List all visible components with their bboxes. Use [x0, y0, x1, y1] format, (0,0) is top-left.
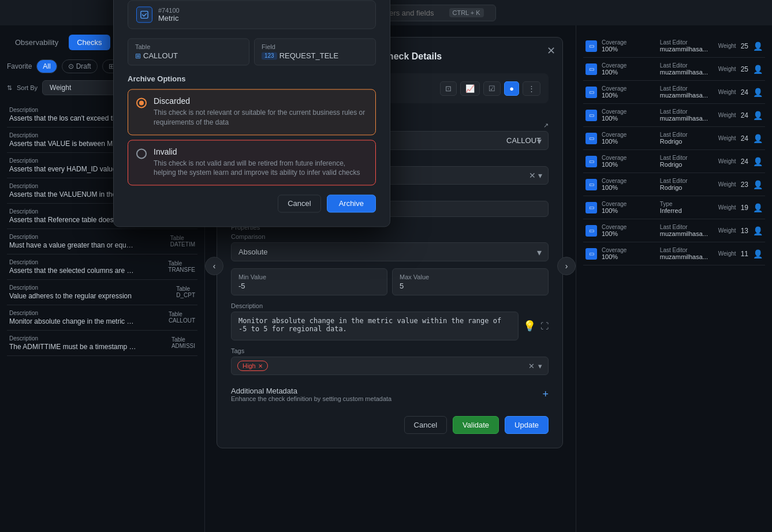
radio-discarded — [136, 98, 147, 108]
max-value-box: Max Value 5 — [392, 268, 549, 295]
list-item[interactable]: Description Asserts that the selected co… — [7, 254, 197, 280]
right-item: ▭ Coverage 100% Last Editor muzammilhasa… — [583, 104, 765, 127]
update-button[interactable]: Update — [505, 416, 549, 434]
right-item: ▭ Coverage 100% Last Editor muzammilhasa… — [583, 35, 765, 58]
additional-metadata-row: Additional Metadata Enhance the check de… — [231, 382, 549, 407]
tags-label: Tags — [231, 347, 549, 354]
list-item[interactable]: Description Must have a value greater th… — [7, 229, 197, 254]
right-item-icon: ▭ — [585, 87, 597, 98]
archive-check-meta: Table ⊞ CALLOUT Field 123 REQUEST_TELE — [128, 38, 376, 65]
comparison-label: Comparison — [231, 233, 549, 240]
right-item-icon: ▭ — [585, 133, 597, 144]
right-item-icon-user10: 👤 — [753, 249, 763, 258]
action-chart-btn[interactable]: 📈 — [460, 81, 480, 96]
nav-arrow-right[interactable]: › — [557, 257, 576, 275]
panel-close-button[interactable]: ✕ — [547, 44, 555, 57]
archive-option-invalid[interactable]: Invalid This check is not valid and will… — [128, 140, 376, 186]
archive-check-id: #74100 — [158, 7, 180, 14]
description-textarea[interactable]: Monitor absolute change in the metric va… — [231, 312, 519, 340]
discarded-desc: This check is not relevant or suitable f… — [154, 108, 367, 128]
tags-row: High ✕ — [237, 361, 268, 371]
right-item-icon: ▭ — [585, 248, 597, 260]
tags-clear-btn[interactable]: ✕ — [528, 362, 535, 370]
right-item-icon-user8: 👤 — [753, 203, 763, 212]
max-value: 5 — [400, 282, 541, 290]
right-item: ▭ Coverage 100% Last Editor Rodrigo Weig… — [583, 173, 765, 196]
filter-all[interactable]: All — [36, 59, 57, 73]
right-item-icon-user4: 👤 — [753, 111, 763, 120]
description-label: Description — [231, 302, 549, 309]
right-item-icon-user7: 👤 — [753, 180, 763, 189]
right-item: ▭ Coverage 100% Last Editor Rodrigo Weig… — [583, 127, 765, 150]
archive-table-icon: ⊞ — [135, 52, 141, 60]
right-item-icon-user5: 👤 — [753, 134, 763, 143]
tab-checks[interactable]: Checks — [69, 35, 110, 50]
right-item-icon-user: 👤 — [753, 42, 763, 51]
radio-invalid — [136, 148, 147, 159]
sort-icon: ⇅ — [7, 84, 12, 92]
description-expand-btn[interactable]: ⛶ — [540, 321, 549, 331]
right-item: ▭ Coverage 100% Last Editor muzammilhasa… — [583, 58, 765, 81]
properties-group: Properties Comparison Absolute — [231, 224, 549, 261]
right-item: ▭ Coverage 100% Last Editor Rodrigo Weig… — [583, 150, 765, 173]
comparison-select-wrap: Absolute — [231, 242, 549, 261]
right-item-icon: ▭ — [585, 179, 597, 190]
nav-arrow-left[interactable]: ‹ — [205, 257, 223, 275]
archive-button[interactable]: Archive — [327, 195, 376, 213]
right-item-icon: ▭ — [585, 202, 597, 213]
tag-remove[interactable]: ✕ — [258, 363, 263, 369]
archive-option-discarded[interactable]: Discarded This check is not relevant or … — [128, 89, 376, 135]
additional-metadata-desc: Enhance the check definition by setting … — [231, 395, 391, 402]
action-dot-btn[interactable]: ● — [504, 81, 519, 96]
right-item-icon-user2: 👤 — [753, 65, 763, 74]
action-history-btn[interactable]: ⊡ — [440, 81, 457, 96]
archive-modal: Archive Check ✕ #74100 Metric Table ⊞ CA… — [113, 0, 390, 227]
expand-arrow[interactable]: ↗ — [543, 122, 549, 129]
field-expand-btn[interactable]: ✕ ▾ — [529, 171, 542, 180]
description-help-btn[interactable]: 💡 — [523, 320, 536, 332]
list-item[interactable]: Description Monitor absolute change in t… — [7, 305, 197, 331]
right-item-icon: ▭ — [585, 110, 597, 121]
archive-check-info: #74100 Metric — [128, 0, 376, 29]
comparison-select[interactable]: Absolute — [231, 242, 549, 261]
right-item-icon-user6: 👤 — [753, 157, 763, 166]
tags-dropdown-btn[interactable]: ▾ — [538, 362, 542, 370]
minmax-group: Min Value -5 Max Value 5 — [231, 268, 549, 295]
action-more-btn[interactable]: ⋮ — [523, 81, 540, 96]
invalid-desc: This check is not valid and will be reti… — [154, 159, 367, 178]
draft-icon: ⊙ — [68, 62, 74, 70]
search-shortcut: CTRL + K — [449, 8, 484, 17]
archive-check-name: Metric — [158, 14, 180, 23]
archive-options-title: Archive Options — [128, 74, 376, 83]
archive-check-icon — [136, 6, 152, 23]
tags-group: Tags High ✕ ✕ ▾ — [231, 347, 549, 375]
favorite-label: Favorite — [7, 62, 32, 70]
tab-observability[interactable]: Observability — [7, 35, 66, 50]
validate-button[interactable]: Validate — [453, 416, 499, 434]
right-item-icon: ▭ — [585, 156, 597, 167]
right-item-icon: ▭ — [585, 40, 597, 52]
tag-high[interactable]: High ✕ — [237, 361, 268, 371]
action-check-btn[interactable]: ☑ — [483, 81, 501, 96]
archive-table-box: Table ⊞ CALLOUT — [128, 38, 249, 65]
check-actions: ⊡ 📈 ☑ ● ⋮ — [440, 81, 540, 96]
right-item-icon: ▭ — [585, 63, 597, 75]
filter-draft[interactable]: ⊙ Draft — [62, 59, 98, 73]
archive-field-tag: 123 — [262, 52, 277, 59]
cancel-button[interactable]: Cancel — [404, 416, 447, 434]
right-item: ▭ Coverage 100% Last Editor muzammilhasa… — [583, 219, 765, 242]
list-item[interactable]: Description The ADMITTIME must be a time… — [7, 331, 197, 356]
right-item-icon-user9: 👤 — [753, 226, 763, 235]
archive-field-box: Field 123 REQUEST_TELE — [254, 38, 376, 65]
panel-footer: Cancel Validate Update — [231, 416, 549, 434]
archive-footer: Cancel Archive — [128, 195, 376, 213]
right-item-icon-user3: 👤 — [753, 88, 763, 97]
additional-metadata-add-btn[interactable]: + — [542, 388, 549, 400]
right-item: ▭ Coverage 100% Type Inferred Weight 19 … — [583, 196, 765, 219]
min-value: -5 — [238, 282, 380, 290]
right-item: ▭ Coverage 100% Last Editor muzammilhasa… — [583, 81, 765, 104]
additional-metadata-label: Additional Metadata — [231, 387, 391, 395]
list-item[interactable]: Description Value adheres to the regular… — [7, 280, 197, 305]
min-value-box: Min Value -5 — [231, 268, 387, 295]
archive-cancel-button[interactable]: Cancel — [278, 195, 320, 213]
